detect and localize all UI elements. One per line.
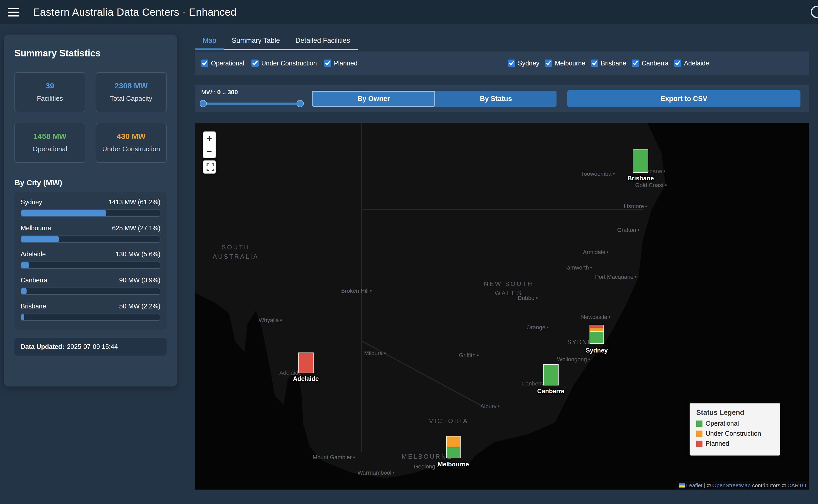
stat-label: Under Construction <box>101 145 161 154</box>
city-filter-brisbane[interactable]: Brisbane <box>591 60 627 67</box>
marker-segment-operational <box>589 331 604 344</box>
stat-value: 2308 MW <box>101 81 161 90</box>
marker-segment-planned <box>298 352 314 373</box>
attribution-text: | © <box>703 482 712 489</box>
stat-card-total-capacity: 2308 MWTotal Capacity <box>96 72 166 112</box>
marker-segment-operational <box>633 149 648 173</box>
status-checkbox-planned[interactable] <box>324 60 331 67</box>
city-head: Melbourne625 MW (27.1%) <box>21 224 160 232</box>
city-value: 50 MW (2.2%) <box>119 303 160 310</box>
map-marker-sydney[interactable]: Sydney <box>589 325 604 344</box>
header-partial-icon[interactable] <box>811 6 818 18</box>
stat-grid: 39Facilities2308 MWTotal Capacity1458 MW… <box>14 72 166 163</box>
mw-range-slider[interactable] <box>201 98 302 109</box>
checkbox-label: Sydney <box>518 60 539 67</box>
slider-handle-max[interactable] <box>297 100 304 107</box>
filter-strip-status-city: OperationalUnder ConstructionPlanned Syd… <box>195 52 809 75</box>
map-canvas[interactable]: ToowoombaBrisbaneGold CoastLismoreGrafto… <box>195 123 809 490</box>
map-marker-melbourne[interactable]: Melbourne <box>446 436 461 458</box>
city-filter-melbourne[interactable]: Melbourne <box>545 60 585 67</box>
city-checkbox-adelaide[interactable] <box>674 60 681 67</box>
legend-label: Under Construction <box>706 430 761 437</box>
map-marker-adelaide[interactable]: Adelaide <box>298 352 314 373</box>
status-filter-operational[interactable]: Operational <box>201 60 244 67</box>
city-list: Sydney1413 MW (61.2%)Melbourne625 MW (27… <box>14 192 166 330</box>
city-filter-adelaide[interactable]: Adelaide <box>674 60 709 67</box>
leaflet-link[interactable]: Leaflet <box>686 482 703 489</box>
by-status-button[interactable]: By Status <box>435 91 556 107</box>
controls-strip: MW:: 0 .. 300 By Owner By Status Export … <box>195 85 809 112</box>
tab-map[interactable]: Map <box>195 32 224 50</box>
checkbox-label: Operational <box>211 60 244 67</box>
state-border-line <box>361 123 362 452</box>
state-border-line <box>361 340 486 408</box>
menu-icon[interactable] <box>8 8 19 16</box>
checkbox-label: Canberra <box>642 60 669 67</box>
stat-value: 1458 MW <box>20 132 80 141</box>
city-bar-fill <box>21 210 106 216</box>
city-bar-fill <box>21 288 27 294</box>
legend-swatch-under_construction <box>696 431 703 437</box>
marker-city-label: Brisbane <box>628 175 654 182</box>
status-filter-planned[interactable]: Planned <box>324 60 358 67</box>
city-checkbox-melbourne[interactable] <box>545 60 552 67</box>
status-checkbox-operational[interactable] <box>201 60 209 67</box>
city-filter-sydney[interactable]: Sydney <box>508 60 539 67</box>
legend-item-operational: Operational <box>696 420 774 427</box>
fullscreen-button[interactable] <box>203 160 216 174</box>
city-filter-canberra[interactable]: Canberra <box>632 60 669 67</box>
zoom-control: + − <box>203 131 216 158</box>
city-name: Melbourne <box>21 224 51 232</box>
map-marker-brisbane[interactable]: Brisbane <box>633 149 648 173</box>
city-bar-track <box>21 262 160 269</box>
map-marker-canberra[interactable]: Canberra <box>543 364 558 385</box>
legend-label: Operational <box>706 420 739 427</box>
by-owner-button[interactable]: By Owner <box>312 91 435 107</box>
header-bar: Eastern Australia Data Centers - Enhance… <box>0 0 818 24</box>
openstreetmap-link[interactable]: OpenStreetMap <box>712 482 750 489</box>
city-row-canberra: Canberra90 MW (3.9%) <box>21 276 160 295</box>
city-name: Sydney <box>21 198 42 206</box>
city-name: Adelaide <box>21 250 46 258</box>
city-row-brisbane: Brisbane50 MW (2.2%) <box>21 303 160 321</box>
mw-range-filter: MW:: 0 .. 300 <box>201 89 302 109</box>
stat-card-facilities: 39Facilities <box>14 72 85 112</box>
city-row-melbourne: Melbourne625 MW (27.1%) <box>21 224 160 243</box>
city-value: 1413 MW (61.2%) <box>108 198 160 206</box>
data-updated-box: Data Updated:2025-07-09 15:44 <box>14 338 166 356</box>
stat-value: 39 <box>20 81 80 90</box>
carto-link[interactable]: CARTO <box>787 482 806 489</box>
status-checkbox-under-construction[interactable] <box>252 60 259 67</box>
city-row-adelaide: Adelaide130 MW (5.6%) <box>21 250 160 269</box>
legend-label: Planned <box>706 440 729 447</box>
map-attribution: Leaflet | © OpenStreetMap contributors ©… <box>677 481 809 490</box>
legend-items: OperationalUnder ConstructionPlanned <box>696 420 774 447</box>
city-name: Canberra <box>21 276 47 284</box>
slider-track[interactable] <box>202 103 301 105</box>
city-head: Brisbane50 MW (2.2%) <box>21 303 160 310</box>
mw-range-label: MW:: 0 .. 300 <box>201 89 302 96</box>
city-checkbox-canberra[interactable] <box>632 60 639 67</box>
attribution-text: contributors © <box>751 482 788 489</box>
status-filter-under-construction[interactable]: Under Construction <box>252 60 317 67</box>
export-csv-button[interactable]: Export to CSV <box>567 90 800 107</box>
marker-city-label: Sydney <box>586 347 607 354</box>
zoom-in-button[interactable]: + <box>203 131 216 145</box>
marker-segment-operational <box>446 447 461 458</box>
legend-swatch-operational <box>696 421 703 427</box>
zoom-out-button[interactable]: − <box>203 145 216 158</box>
city-checkbox-sydney[interactable] <box>508 60 515 67</box>
city-checkbox-brisbane[interactable] <box>591 60 598 67</box>
city-value: 625 MW (27.1%) <box>112 224 160 232</box>
city-head: Sydney1413 MW (61.2%) <box>21 198 160 206</box>
stat-label: Facilities <box>20 94 80 103</box>
stat-card-operational: 1458 MWOperational <box>14 123 85 163</box>
city-bar-fill <box>21 314 24 320</box>
tab-bar: MapSummary TableDetailed Facilities <box>195 32 358 50</box>
tab-summary-table[interactable]: Summary Table <box>224 32 288 50</box>
by-city-title: By City (MW) <box>14 178 166 187</box>
ukraine-flag-icon <box>679 483 685 488</box>
marker-city-label: Melbourne <box>438 461 469 468</box>
tab-detailed-facilities[interactable]: Detailed Facilities <box>288 32 358 50</box>
slider-handle-min[interactable] <box>199 100 207 107</box>
